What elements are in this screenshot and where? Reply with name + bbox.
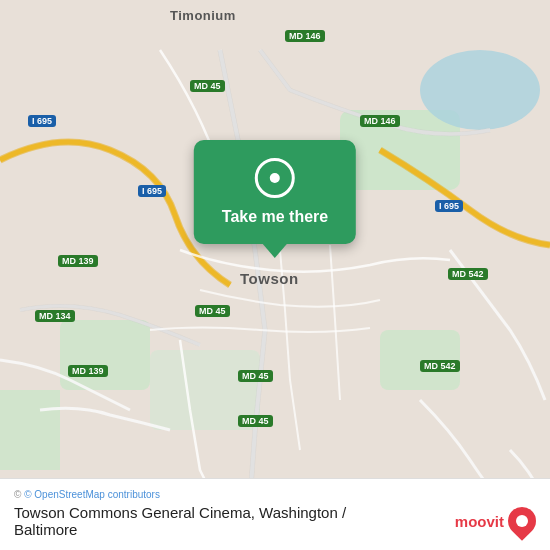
road-badge-md45-1: MD 45 [190,80,225,92]
road-badge-i695-2: I 695 [138,185,166,197]
location-popup: Take me there [194,140,356,258]
city-label-towson: Towson [240,270,299,287]
moovit-text: moovit [455,513,504,530]
location-pin-icon [255,158,295,198]
road-badge-md542-1: MD 542 [448,268,488,280]
moovit-pin-icon [502,501,542,541]
road-badge-md146-2: MD 146 [360,115,400,127]
copyright-symbol: © [14,489,21,500]
take-me-there-button[interactable]: Take me there [222,208,328,226]
svg-point-2 [420,50,540,130]
popup-box: Take me there [194,140,356,244]
road-badge-md542-2: MD 542 [420,360,460,372]
svg-rect-0 [60,320,150,390]
road-badge-md45-4: MD 45 [238,415,273,427]
road-badge-md45-2: MD 45 [195,305,230,317]
road-badge-i695-1: I 695 [28,115,56,127]
openstreetmap-link[interactable]: © OpenStreetMap contributors [24,489,160,500]
copyright-text: © © OpenStreetMap contributors [14,489,536,500]
popup-arrow [263,244,287,258]
road-badge-md139-1: MD 139 [58,255,98,267]
svg-rect-5 [0,390,60,470]
city-label-timonium: Timonium [170,8,236,23]
location-name: Towson Commons General Cinema, Washingto… [14,504,394,538]
bottom-info-bar: © © OpenStreetMap contributors Towson Co… [0,478,550,550]
road-badge-md45-3: MD 45 [238,370,273,382]
moovit-logo[interactable]: moovit [455,507,536,535]
map-container: Timonium Towson I 695 I 695 I 695 MD 45 … [0,0,550,550]
road-badge-i695-3: I 695 [435,200,463,212]
road-badge-md139-2: MD 139 [68,365,108,377]
road-badge-md134: MD 134 [35,310,75,322]
road-badge-md146-1: MD 146 [285,30,325,42]
svg-rect-1 [340,110,460,190]
